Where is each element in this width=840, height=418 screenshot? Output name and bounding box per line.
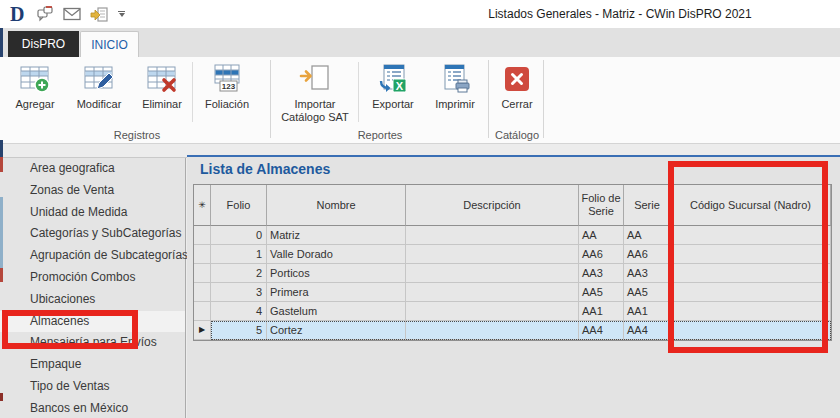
ribbon: Agregar Modificar — [0, 57, 840, 144]
cell-descripcion[interactable] — [406, 283, 579, 302]
table-row[interactable]: 1 Valle Dorado AA6 AA6 — [194, 245, 831, 264]
cell-folio-serie[interactable]: AA1 — [579, 302, 624, 321]
close-red-icon — [502, 61, 532, 97]
sidebar-item-mensajeria[interactable]: Mensajería para Envíos — [0, 332, 185, 354]
table-row[interactable]: 4 Gastelum AA1 AA1 — [194, 302, 831, 321]
mail-icon[interactable] — [63, 7, 81, 21]
cell-folio-serie[interactable]: AA3 — [579, 264, 624, 283]
cell-descripcion[interactable] — [406, 302, 579, 321]
header-selector[interactable]: ✳ — [194, 185, 211, 226]
table-row[interactable]: 0 Matriz AA AA — [194, 226, 831, 245]
group-label-catalogo: Catálogo — [491, 129, 543, 141]
comments-icon[interactable] — [36, 5, 54, 22]
cell-nombre[interactable]: Gastelum — [267, 302, 406, 321]
sidebar-item-tipo-de-ventas[interactable]: Tipo de Ventas — [0, 376, 185, 398]
button-label: Agregar — [15, 98, 54, 111]
row-selector-cell[interactable] — [194, 283, 211, 302]
row-selector-cell[interactable] — [194, 302, 211, 321]
cell-folio-serie[interactable]: AA — [579, 226, 624, 245]
tab-inicio[interactable]: INICIO — [80, 31, 139, 58]
cell-codigo[interactable] — [671, 283, 831, 302]
cell-folio[interactable]: 2 — [211, 264, 267, 283]
qat-dropdown-arrow-icon[interactable] — [118, 11, 125, 17]
cell-folio-serie[interactable]: AA4 — [579, 321, 624, 340]
foliacion-button[interactable]: 123 Foliación — [195, 58, 259, 111]
cell-codigo[interactable] — [671, 302, 831, 321]
eliminar-button[interactable]: Eliminar — [134, 58, 190, 111]
sidebar-item-ubicaciones[interactable]: Ubicaciones — [0, 289, 185, 311]
exportar-button[interactable]: X Exportar — [361, 58, 425, 111]
sidebar-item-promocion-combos[interactable]: Promoción Combos — [0, 267, 185, 289]
cell-nombre[interactable]: Matriz — [267, 226, 406, 245]
sidebar-menu: Area geografica Zonas de Venta Unidad de… — [0, 158, 186, 418]
cell-codigo[interactable] — [671, 245, 831, 264]
cell-codigo[interactable] — [671, 321, 831, 340]
import-document-icon — [299, 61, 331, 97]
sidebar-item-area-geografica[interactable]: Area geografica — [0, 158, 185, 180]
row-selector-cell[interactable] — [194, 226, 211, 245]
row-selector-cell[interactable]: ▶ — [194, 321, 211, 340]
agregar-button[interactable]: Agregar — [6, 58, 64, 111]
table-row[interactable]: 3 Primera AA5 AA5 — [194, 283, 831, 302]
modificar-button[interactable]: Modificar — [64, 58, 134, 111]
cell-serie[interactable]: AA3 — [624, 264, 671, 283]
cell-nombre[interactable]: Primera — [267, 283, 406, 302]
imprimir-button[interactable]: Imprimir — [425, 58, 485, 111]
sidebar-item-agrupacion[interactable]: Agrupación de Subcategorías — [0, 245, 185, 267]
cell-codigo[interactable] — [671, 226, 831, 245]
export-excel-icon: X — [377, 61, 409, 97]
cell-nombre[interactable]: Porticos — [267, 264, 406, 283]
cell-folio[interactable]: 4 — [211, 302, 267, 321]
cell-folio[interactable]: 5 — [211, 321, 267, 340]
title-bar: D Li — [0, 0, 840, 28]
print-icon — [439, 61, 471, 97]
cell-nombre[interactable]: Valle Dorado — [267, 245, 406, 264]
cell-serie[interactable]: AA6 — [624, 245, 671, 264]
table-add-icon — [19, 61, 51, 97]
ribbon-separator — [358, 62, 359, 122]
row-selector-cell[interactable] — [194, 245, 211, 264]
cell-descripcion[interactable] — [406, 245, 579, 264]
button-label: Exportar — [372, 98, 414, 111]
header-descripcion[interactable]: Descripción — [406, 185, 579, 226]
ribbon-group-catalogo: Cerrar Catálogo — [491, 58, 543, 142]
row-selector-cell[interactable] — [194, 264, 211, 283]
header-codigo-sucursal[interactable]: Código Sucursal (Nadro) — [671, 185, 831, 226]
cell-folio[interactable]: 1 — [211, 245, 267, 264]
cell-descripcion[interactable] — [406, 321, 579, 340]
sidebar-item-zonas-de-venta[interactable]: Zonas de Venta — [0, 180, 185, 202]
cell-serie[interactable]: AA — [624, 226, 671, 245]
cell-codigo[interactable] — [671, 264, 831, 283]
cell-folio[interactable]: 0 — [211, 226, 267, 245]
cell-serie[interactable]: AA4 — [624, 321, 671, 340]
cell-descripcion[interactable] — [406, 264, 579, 283]
cell-serie[interactable]: AA1 — [624, 302, 671, 321]
cell-descripcion[interactable] — [406, 226, 579, 245]
cell-serie[interactable]: AA5 — [624, 283, 671, 302]
sidebar-item-unidad-de-medida[interactable]: Unidad de Medida — [0, 202, 185, 224]
cell-folio-serie[interactable]: AA6 — [579, 245, 624, 264]
button-label: Eliminar — [142, 98, 182, 111]
button-label: Cerrar — [501, 98, 532, 111]
header-serie[interactable]: Serie — [624, 185, 671, 226]
tab-dispro[interactable]: DisPRO — [8, 31, 79, 57]
table-row-selected[interactable]: ▶ 5 Cortez AA4 AA4 — [194, 321, 831, 340]
sidebar-item-categorias[interactable]: Categorías y SubCategorías — [0, 223, 185, 245]
sidebar-item-almacenes[interactable]: Almacenes — [0, 311, 185, 333]
header-folio-de-serie[interactable]: Folio de Serie — [579, 185, 624, 226]
sidebar-item-bancos[interactable]: Bancos en México — [0, 398, 185, 418]
button-label: Imprimir — [435, 98, 475, 111]
cerrar-button[interactable]: Cerrar — [491, 58, 543, 111]
header-nombre[interactable]: Nombre — [267, 185, 406, 226]
table-row[interactable]: 2 Porticos AA3 AA3 — [194, 264, 831, 283]
cell-folio[interactable]: 3 — [211, 283, 267, 302]
app-logo: D — [10, 3, 24, 26]
form-export-icon[interactable] — [90, 6, 109, 22]
header-folio[interactable]: Folio — [211, 185, 267, 226]
ribbon-tab-strip: DisPRO INICIO — [0, 28, 840, 57]
sidebar-item-empaque[interactable]: Empaque — [0, 354, 185, 376]
cell-nombre[interactable]: Cortez — [267, 321, 406, 340]
cell-folio-serie[interactable]: AA5 — [579, 283, 624, 302]
importar-catalogo-sat-button[interactable]: Importar Catálogo SAT — [274, 58, 356, 124]
current-row-arrow-icon: ▶ — [199, 321, 205, 339]
